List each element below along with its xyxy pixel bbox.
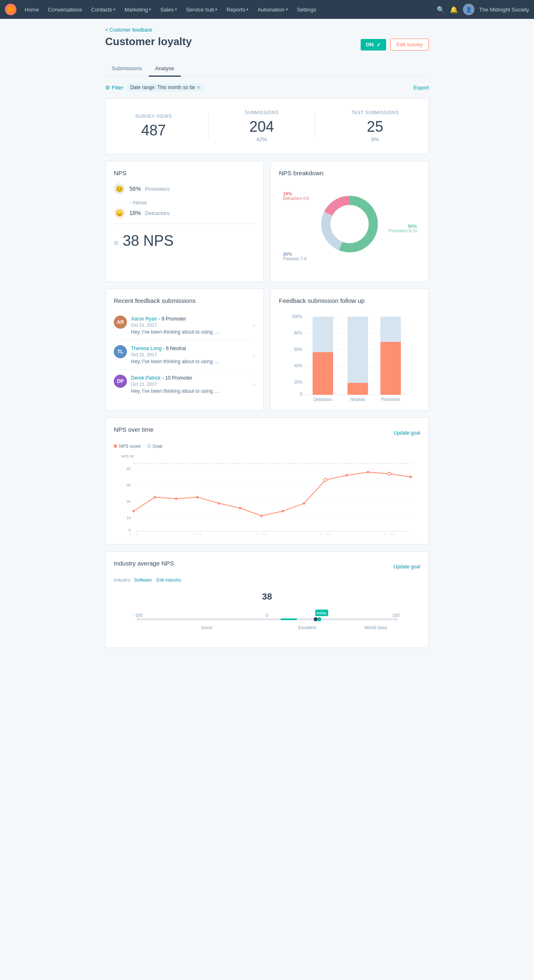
svg-text:Promoters: Promoters (381, 397, 400, 401)
promoters-label: 56% Promoters 9-10 (389, 224, 417, 233)
industry-nps-title: Industry average NPS (114, 560, 174, 567)
feedback-text-3: Hey, I've been thinking about to using y… (131, 388, 221, 394)
tab-analyse[interactable]: Analyse (149, 61, 181, 77)
nav-contacts[interactable]: Contacts ▾ (87, 0, 120, 19)
svg-text:Oct 9: Oct 9 (193, 534, 202, 535)
industry-label: Industry: Software Edit industry (114, 577, 420, 582)
svg-text:Neutrals: Neutrals (350, 397, 365, 401)
stats-card: SURVEY VIEWS 487 SUBMISSIONS 204 42% TEX… (105, 98, 429, 154)
svg-text:Oct 2: Oct 2 (129, 534, 138, 535)
svg-text:20%: 20% (294, 380, 302, 385)
breadcrumb[interactable]: Customer feedback (105, 27, 429, 33)
avatar[interactable]: 👤 (463, 4, 474, 15)
feedback-avatar-2: TL (114, 345, 127, 358)
survey-views-stat: SURVEY VIEWS 487 (135, 114, 172, 139)
detractor-label: Detractors (145, 210, 170, 216)
svg-text:0: 0 (300, 392, 302, 396)
svg-point-41 (196, 496, 199, 498)
recent-feedback-card: Recent feedback submissions AR Aaron Rya… (105, 289, 264, 411)
bell-icon[interactable]: 🔔 (450, 6, 458, 14)
feedback-name-3: Derek Patrick (131, 375, 161, 381)
update-goal-button[interactable]: Update goal (394, 430, 420, 436)
feedback-score-2: - 8 Neutral (163, 346, 186, 351)
feedback-text-2: Hey, I've been thinking about to using y… (131, 359, 221, 364)
nav-home[interactable]: Home (21, 0, 43, 19)
nav-conversations[interactable]: Conversations (44, 0, 86, 19)
header-actions: ON ✓ Edit survey (361, 39, 429, 50)
feedback-score-1: - 9 Promoter (159, 316, 186, 322)
tab-submissions[interactable]: Submissions (105, 61, 149, 77)
chevron-right-icon: › (253, 322, 255, 329)
submissions-value: 204 (245, 118, 279, 135)
tabs: Submissions Analyse (105, 61, 429, 77)
nps-breakdown-card: NPS breakdown 18% Detractors 0-6 26% Pas… (270, 161, 429, 282)
svg-text:Excellent: Excellent (298, 625, 316, 630)
survey-views-value: 487 (135, 122, 172, 139)
search-icon[interactable]: 🔍 (437, 6, 445, 14)
donut-chart-svg (317, 191, 382, 257)
toggle-button[interactable]: ON ✓ (361, 39, 386, 50)
svg-text:Oct 16: Oct 16 (256, 534, 267, 535)
follow-up-bar-chart: 100% 80% 60% 40% 20% 0 (279, 311, 420, 401)
nps-over-time-header: NPS over time Update goal (114, 426, 420, 440)
nav-sales[interactable]: Sales ▾ (156, 0, 181, 19)
filter-remove-button[interactable]: ✕ (197, 85, 200, 90)
stat-divider-2 (315, 114, 315, 139)
svg-text:GOAL: GOAL (317, 611, 327, 615)
feedback-item-2[interactable]: TL Theresa Long - 8 Neutral Oct 21, 2017… (114, 340, 255, 370)
svg-text:0: 0 (266, 613, 268, 618)
nps-title: NPS (114, 169, 255, 176)
text-submissions-value: 25 (351, 118, 398, 135)
svg-point-49 (367, 471, 369, 474)
svg-text:Oct 23: Oct 23 (320, 534, 331, 535)
page-title: Customer loyalty (105, 35, 192, 48)
page-header: Customer loyalty ON ✓ Edit survey (105, 35, 429, 55)
nps-over-time-card: NPS over time Update goal NPS score Goal… (105, 417, 429, 545)
feedback-item-3[interactable]: DP Derek Patrick - 10 Promoter Oct 21, 2… (114, 370, 255, 399)
svg-text:60%: 60% (294, 347, 302, 352)
nps-over-time-title: NPS over time (114, 426, 154, 433)
export-button[interactable]: Export (413, 85, 429, 91)
svg-point-40 (175, 497, 177, 500)
svg-point-47 (324, 479, 327, 482)
feedback-name-1: Aaron Ryan (131, 316, 157, 322)
svg-rect-57 (138, 618, 396, 620)
svg-text:Oct 30: Oct 30 (384, 534, 395, 535)
nav-automation[interactable]: Automation ▾ (253, 0, 292, 19)
edit-industry-button[interactable]: Edit industry (157, 577, 182, 582)
submissions-stat: SUBMISSIONS 204 42% (245, 110, 279, 142)
edit-survey-button[interactable]: Edit survey (390, 39, 429, 50)
feedback-avatar-1: AR (114, 316, 127, 329)
feedback-name-2: Theresa Long (131, 346, 161, 351)
passives-label: 26% Passives 7-8 (283, 252, 306, 261)
nav-settings[interactable]: Settings (293, 0, 320, 19)
page-content: Customer feedback Customer loyalty ON ✓ … (99, 19, 435, 671)
svg-point-45 (281, 510, 284, 513)
survey-views-label: SURVEY VIEWS (135, 114, 172, 119)
nav-marketing[interactable]: Marketing ▾ (120, 0, 155, 19)
filter-button[interactable]: ⚙ Filter (105, 85, 124, 91)
recent-feedback-title: Recent feedback submissions (114, 297, 255, 304)
svg-point-65 (318, 617, 322, 621)
feedback-date-3: Oct 21, 2017 (131, 382, 255, 387)
feedback-avatar-3: DP (114, 375, 127, 388)
feedback-item-1[interactable]: AR Aaron Ryan - 9 Promoter Oct 21, 2017 … (114, 311, 255, 340)
nps-divider (114, 224, 255, 224)
nav-service-hub[interactable]: Service hub ▾ (182, 0, 222, 19)
nav-reports[interactable]: Reports ▾ (222, 0, 253, 19)
svg-point-50 (388, 472, 391, 475)
gauge-container: 38 -100 0 100 (114, 583, 420, 639)
svg-text:20: 20 (127, 499, 131, 504)
feedback-content-3: Derek Patrick - 10 Promoter Oct 21, 2017… (131, 375, 255, 394)
submissions-label: SUBMISSIONS (245, 110, 279, 115)
industry-update-goal-button[interactable]: Update goal (394, 564, 420, 570)
check-icon: ✓ (376, 41, 381, 48)
feedback-text-1: Hey, I've been thinking about to using y… (131, 329, 221, 335)
nps-breakdown-title: NPS breakdown (279, 169, 420, 176)
navigation: 🟠 Home Conversations Contacts ▾ Marketin… (0, 0, 534, 19)
detractors-label: 18% Detractors 0-6 (283, 191, 309, 201)
follow-up-card: Feedback submission follow up 100% 80% 6… (270, 289, 429, 411)
industry-value[interactable]: Software (134, 577, 152, 582)
svg-rect-22 (380, 342, 401, 395)
nps-over-time-legend: NPS score Goal (114, 444, 420, 449)
